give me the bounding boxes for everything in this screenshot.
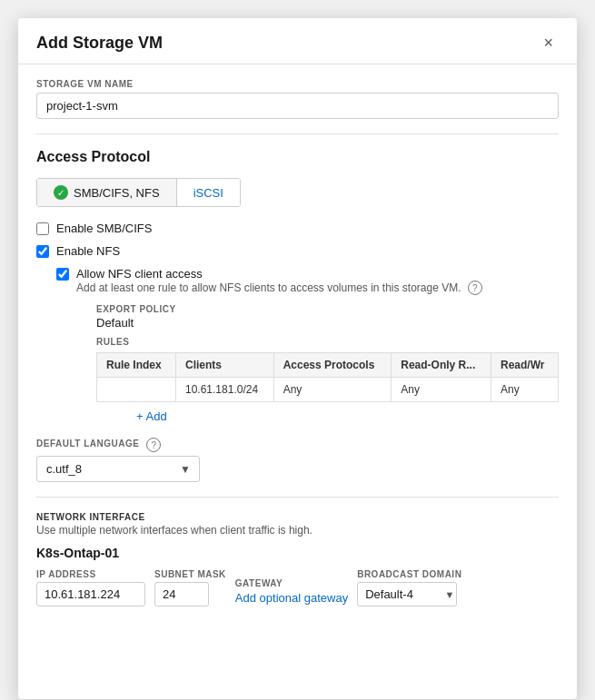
network-fields: IP ADDRESS SUBNET MASK GATEWAY Add optio… [36, 569, 559, 606]
add-gateway-link[interactable]: Add optional gateway [235, 591, 348, 606]
col-access-protocols: Access Protocols [273, 353, 392, 378]
rules-table: Rule Index Clients Access Protocols Read… [96, 352, 559, 402]
tab-smb-nfs-label: SMB/CIFS, NFS [74, 186, 160, 200]
divider-2 [36, 497, 559, 498]
allow-nfs-checkbox[interactable] [56, 268, 69, 281]
node-title: K8s-Ontap-01 [36, 546, 559, 560]
default-language-info-icon[interactable]: ? [146, 438, 161, 452]
default-language-section: DEFAULT LANGUAGE ? c.utf_8 en_US.utf_8 C… [36, 438, 559, 482]
tab-iscsi-label: iSCSI [193, 186, 223, 200]
storage-vm-name-label: STORAGE VM NAME [36, 79, 559, 89]
allow-nfs-desc: Add at least one rule to allow NFS clien… [76, 281, 482, 295]
allow-nfs-row: Allow NFS client access Add at least one… [56, 267, 559, 295]
subnet-mask-input[interactable] [154, 582, 209, 606]
gateway-field: GATEWAY Add optional gateway [235, 578, 348, 606]
divider-1 [36, 133, 559, 134]
ip-address-input[interactable] [36, 582, 145, 606]
table-row: 10.61.181.0/24 Any Any Any [97, 378, 559, 402]
network-interface-section: NETWORK INTERFACE Use multiple network i… [36, 512, 559, 606]
add-storage-vm-modal: Add Storage VM × STORAGE VM NAME Access … [18, 18, 577, 699]
col-readonly: Read-Only R... [392, 353, 491, 378]
broadcast-domain-field: BROADCAST DOMAIN Default-4 Default Defau… [357, 569, 461, 606]
network-interface-label: NETWORK INTERFACE [36, 512, 559, 522]
protocol-tabs: ✓ SMB/CIFS, NFS iSCSI [36, 178, 241, 207]
broadcast-domain-select[interactable]: Default-4 Default Default-2 [357, 582, 457, 606]
ip-address-label: IP ADDRESS [36, 569, 145, 579]
col-rule-index: Rule Index [97, 353, 176, 378]
default-language-label: DEFAULT LANGUAGE [36, 439, 139, 449]
modal-body: STORAGE VM NAME Access Protocol ✓ SMB/CI… [18, 64, 577, 621]
enable-smb-checkbox[interactable] [36, 222, 49, 235]
add-rule-link[interactable]: + Add [136, 409, 167, 423]
subnet-mask-field: SUBNET MASK [154, 569, 226, 606]
broadcast-domain-label: BROADCAST DOMAIN [357, 569, 461, 579]
cell-protocols: Any [273, 378, 392, 402]
enable-nfs-row: Enable NFS [36, 244, 559, 258]
gateway-label: GATEWAY [235, 578, 348, 588]
nfs-section: Allow NFS client access Add at least one… [56, 267, 559, 423]
access-protocol-title: Access Protocol [36, 149, 559, 165]
enable-smb-row: Enable SMB/CIFS [36, 222, 559, 235]
col-clients: Clients [176, 353, 274, 378]
smb-nfs-check-icon: ✓ [54, 185, 68, 200]
cell-clients: 10.61.181.0/24 [176, 378, 274, 402]
col-readwrite: Read/Wr [491, 353, 558, 378]
enable-nfs-label[interactable]: Enable NFS [56, 244, 120, 258]
export-policy-section: EXPORT POLICY Default RULES Rule Index C… [96, 304, 559, 423]
export-policy-label: EXPORT POLICY [96, 304, 559, 314]
enable-nfs-checkbox[interactable] [36, 245, 49, 258]
storage-vm-name-input[interactable] [36, 93, 559, 119]
allow-nfs-text: Allow NFS client access Add at least one… [76, 267, 482, 295]
access-protocol-section: Access Protocol ✓ SMB/CIFS, NFS iSCSI En… [36, 149, 559, 423]
enable-smb-label[interactable]: Enable SMB/CIFS [56, 222, 153, 235]
tab-smb-nfs[interactable]: ✓ SMB/CIFS, NFS [37, 179, 177, 206]
close-button[interactable]: × [538, 33, 559, 53]
network-interface-desc: Use multiple network interfaces when cli… [36, 524, 559, 537]
default-language-label-row: DEFAULT LANGUAGE ? [36, 438, 559, 452]
ip-address-field: IP ADDRESS [36, 569, 145, 606]
default-language-select-wrapper: c.utf_8 en_US.utf_8 C ▼ [36, 456, 200, 482]
cell-readwrite: Any [491, 378, 558, 402]
storage-vm-name-field: STORAGE VM NAME [36, 79, 559, 119]
rules-label: RULES [96, 337, 559, 347]
modal-title: Add Storage VM [36, 34, 163, 53]
allow-nfs-main: Allow NFS client access [76, 267, 482, 281]
cell-readonly: Any [392, 378, 491, 402]
broadcast-domain-select-wrapper: Default-4 Default Default-2 ▼ [357, 582, 461, 606]
allow-nfs-info-icon[interactable]: ? [468, 281, 482, 295]
default-language-select[interactable]: c.utf_8 en_US.utf_8 C [36, 456, 200, 482]
subnet-mask-label: SUBNET MASK [154, 569, 226, 579]
cell-index [97, 378, 176, 402]
export-policy-value: Default [96, 316, 559, 330]
tab-iscsi[interactable]: iSCSI [177, 179, 240, 206]
modal-header: Add Storage VM × [18, 18, 577, 64]
